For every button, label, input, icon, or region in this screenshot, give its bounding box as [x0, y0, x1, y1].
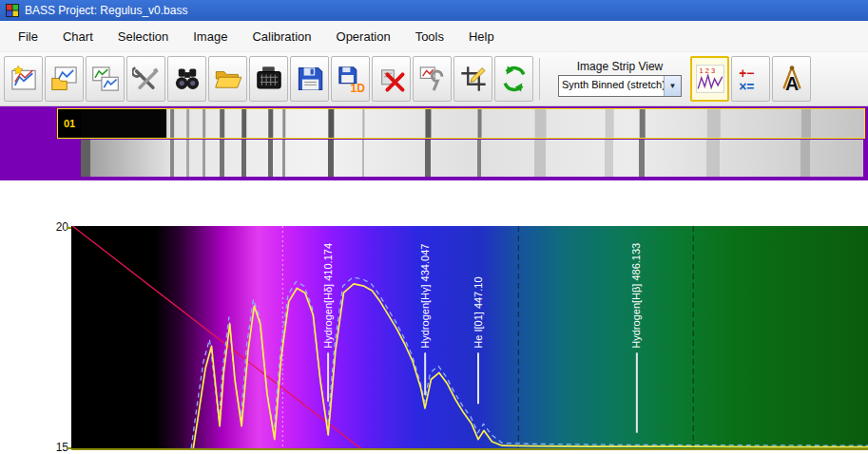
menu-bar: File Chart Selection Image Calibration O… — [0, 21, 868, 52]
crop-select-button[interactable] — [453, 56, 492, 102]
math-symbols-icon: +− ×= — [737, 65, 765, 93]
image-strip-view-label: Image Strip View — [577, 61, 664, 73]
strip-channels-button[interactable]: 1 2 3 — [690, 56, 729, 102]
open-folder-icon — [214, 65, 242, 93]
strip-view-combobox[interactable]: Synth Binned (stretch) ▼ — [558, 75, 682, 97]
floppy-icon — [296, 65, 324, 93]
measure-a-label: A — [785, 73, 799, 93]
menu-selection[interactable]: Selection — [106, 24, 181, 49]
strip-row-selected[interactable]: 01 — [57, 108, 865, 139]
save-project-button[interactable] — [290, 56, 329, 102]
spectral-line-label: Hydrogen[Hδ] 410.174 — [322, 243, 334, 349]
menu-file[interactable]: File — [6, 24, 50, 49]
spectral-line-label: Hydrogen[Hβ] 486.133 — [630, 243, 642, 349]
wrench-chart-icon — [418, 65, 447, 93]
chevron-down-icon[interactable]: ▼ — [664, 76, 681, 96]
window-title: BASS Project: Regulus_v0.bass — [25, 4, 187, 17]
spectrum-strip-image-1[interactable] — [81, 109, 864, 138]
image-strip-view-group: Image Strip View Synth Binned (stretch) … — [558, 61, 682, 97]
image-strip-panel: 01 — [0, 106, 868, 180]
ccd-camera-icon — [255, 65, 283, 93]
red-x-icon — [377, 65, 406, 93]
app-window: BASS Project: Regulus_v0.bass File Chart… — [0, 0, 868, 454]
spacer — [0, 180, 868, 222]
new-project-button[interactable] — [4, 56, 43, 102]
crossed-tools-icon — [132, 65, 161, 93]
chart-star-icon — [10, 65, 38, 93]
measure-annotate-button[interactable]: A — [772, 56, 811, 102]
strip-view-selected-value: Synth Binned (stretch) — [559, 76, 664, 96]
y-axis-label-top: 20 — [46, 220, 68, 234]
menu-chart[interactable]: Chart — [50, 24, 106, 49]
spectral-line-label: He I[01] 447.10 — [473, 276, 484, 348]
browse-button[interactable] — [167, 56, 206, 102]
binoculars-icon — [173, 65, 202, 93]
toolbar-separator — [539, 58, 540, 100]
math-operations-button[interactable]: +− ×= — [731, 56, 770, 102]
compass-a-icon: A — [778, 65, 806, 93]
process-tools-button[interactable] — [413, 56, 452, 102]
strip-123-icon: 1 2 3 — [696, 65, 724, 93]
refresh-arrows-icon — [500, 65, 529, 93]
spectrum-chart-area: 20 15 Hydrogen[Hδ] 410.174Hydrogen[Hγ] 4… — [0, 222, 868, 454]
save-1d-button[interactable]: 1D — [331, 56, 370, 102]
open-file-button[interactable] — [208, 56, 247, 102]
delete-item-button[interactable] — [372, 56, 411, 102]
duplicate-chart-button[interactable] — [86, 56, 125, 102]
y-axis-label-bottom: 15 — [46, 441, 68, 454]
floppy-1d-icon: 1D — [337, 65, 365, 93]
crop-pen-icon — [459, 65, 488, 93]
settings-tools-button[interactable] — [126, 56, 165, 102]
strip-number-badge: 01 — [58, 109, 81, 138]
app-icon — [6, 4, 19, 17]
chart-folder-icon — [50, 65, 79, 93]
math-bottom-label: ×= — [739, 79, 754, 93]
open-project-chart-button[interactable] — [45, 56, 84, 102]
spectral-line-label: Hydrogen[Hγ] 434.047 — [419, 244, 431, 349]
chart-dual-icon — [91, 65, 120, 93]
strip-123-label: 1 2 3 — [699, 66, 715, 75]
menu-calibration[interactable]: Calibration — [240, 24, 323, 49]
camera-capture-button[interactable] — [249, 56, 288, 102]
main-toolbar: 1D — [0, 52, 868, 106]
menu-help[interactable]: Help — [456, 24, 507, 49]
save-1d-label: 1D — [350, 82, 365, 93]
menu-operation[interactable]: Operation — [324, 24, 403, 49]
menu-tools[interactable]: Tools — [403, 24, 456, 49]
strip-1-graphic — [81, 109, 864, 138]
strip-2-graphic — [81, 140, 863, 177]
spectrum-plot[interactable]: Hydrogen[Hδ] 410.174Hydrogen[Hγ] 434.047… — [71, 226, 868, 450]
spectrum-plot-graphic: Hydrogen[Hδ] 410.174Hydrogen[Hγ] 434.047… — [71, 226, 868, 448]
refresh-view-button[interactable] — [494, 56, 533, 102]
spectrum-strip-image-2[interactable] — [81, 140, 863, 177]
menu-image[interactable]: Image — [181, 24, 240, 49]
title-bar[interactable]: BASS Project: Regulus_v0.bass — [0, 0, 868, 21]
